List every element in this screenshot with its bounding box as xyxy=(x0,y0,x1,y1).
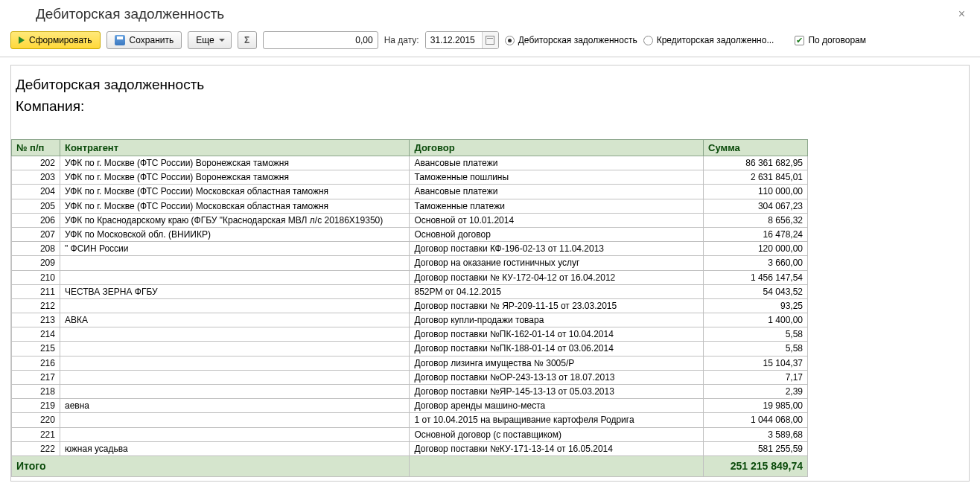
cell-contract: Таможенные платежи xyxy=(410,199,704,213)
report-table: № п/п Контрагент Договор Сумма 202УФК по… xyxy=(11,139,808,477)
table-row[interactable]: 207УФК по Московской обл. (ВНИИКР)Основн… xyxy=(12,227,808,241)
cell-contract: Договор поставки №ПК-188-01-14 от 03.06.… xyxy=(410,342,704,356)
cell-contract: Авансовые платежи xyxy=(410,185,704,199)
table-row[interactable]: 209Договор на оказание гостиничных услуг… xyxy=(12,256,808,270)
cell-contractor: аевна xyxy=(60,399,410,413)
cell-n: 222 xyxy=(12,441,60,455)
report-area[interactable]: Дебиторская задолженность Компания: № п/… xyxy=(10,65,970,482)
cell-contract: Договор поставки № ЯР-209-11-15 от 23.03… xyxy=(410,298,704,313)
cell-n: 209 xyxy=(12,256,60,270)
table-row[interactable]: 218Договор поставки №ЯР-145-13-13 от 05.… xyxy=(12,385,808,399)
cell-n: 219 xyxy=(12,399,60,413)
cell-sum: 1 456 147,54 xyxy=(704,270,808,284)
cell-contract: Авансовые платежи xyxy=(410,156,704,170)
cell-contract: Договор поставки №ЯР-145-13-13 от 05.03.… xyxy=(410,385,704,399)
calendar-button[interactable] xyxy=(482,32,498,48)
radio-debit[interactable]: Дебиторская задолженность xyxy=(505,35,637,45)
toolbar: Сформировать Сохранить Еще Σ На дату: Де… xyxy=(0,25,980,57)
generate-button[interactable]: Сформировать xyxy=(10,31,101,49)
table-row[interactable]: 204УФК по г. Москве (ФТС России) Московс… xyxy=(12,185,808,199)
table-row[interactable]: 206УФК по Краснодарскому краю (ФГБУ "Кра… xyxy=(12,213,808,227)
cell-sum: 19 985,00 xyxy=(704,399,808,413)
cell-n: 206 xyxy=(12,213,60,227)
cell-contractor: ЧЕСТВА ЗЕРНА ФГБУ xyxy=(60,284,410,298)
table-row[interactable]: 217Договор поставки №ОР-243-13-13 от 18.… xyxy=(12,370,808,384)
save-icon xyxy=(115,35,125,45)
cell-contractor xyxy=(60,385,410,399)
sum-button[interactable]: Σ xyxy=(238,31,257,49)
table-row[interactable]: 219 аевнаДоговор аренды машино-места19 9… xyxy=(12,399,808,413)
cell-contract: Договор поставки КФ-196-02-13 от 11.04.2… xyxy=(410,242,704,256)
table-row[interactable]: 214Договор поставки №ПК-162-01-14 от 10.… xyxy=(12,327,808,342)
save-button[interactable]: Сохранить xyxy=(106,31,182,49)
cell-sum: 93,25 xyxy=(704,298,808,313)
cell-contract: Договор купли-продажи товара xyxy=(410,313,704,327)
cell-sum: 110 000,00 xyxy=(704,185,808,199)
total-sum: 251 215 849,74 xyxy=(704,455,808,476)
col-header-sum: Сумма xyxy=(704,140,808,156)
table-row[interactable]: 215Договор поставки №ПК-188-01-14 от 03.… xyxy=(12,342,808,356)
report-header: Дебиторская задолженность Компания: xyxy=(11,65,969,139)
date-input[interactable] xyxy=(426,32,482,48)
cell-contract: Договор аренды машино-места xyxy=(410,399,704,413)
table-row[interactable]: 2201 от 10.04.2015 на выращивание картоф… xyxy=(12,413,808,427)
more-button[interactable]: Еще xyxy=(188,31,231,49)
cell-n: 211 xyxy=(12,284,60,298)
cell-contractor: УФК по г. Москве (ФТС России) Воронежска… xyxy=(60,170,410,185)
cell-contractor: УФК по г. Москве (ФТС России) Московская… xyxy=(60,199,410,213)
table-row[interactable]: 212Договор поставки № ЯР-209-11-15 от 23… xyxy=(12,298,808,313)
col-header-n: № п/п xyxy=(12,140,60,156)
cell-contractor xyxy=(60,298,410,313)
report-company: Компания: xyxy=(16,96,964,118)
table-row[interactable]: 210Договор поставки № КУ-172-04-12 от 16… xyxy=(12,270,808,284)
checkbox-icon: ✔ xyxy=(795,36,804,45)
cell-sum: 16 478,24 xyxy=(704,227,808,241)
table-row[interactable]: 205УФК по г. Москве (ФТС России) Московс… xyxy=(12,199,808,213)
radio-icon xyxy=(643,36,653,45)
cell-contractor: " ФСИН России xyxy=(60,242,410,256)
table-row[interactable]: 208 " ФСИН РоссииДоговор поставки КФ-196… xyxy=(12,242,808,256)
cell-sum: 304 067,23 xyxy=(704,199,808,213)
table-row[interactable]: 216Договор лизинга имущества № 3005/Р15 … xyxy=(12,356,808,370)
cell-sum: 5,58 xyxy=(704,327,808,342)
calendar-icon xyxy=(486,36,494,45)
cell-sum: 1 400,00 xyxy=(704,313,808,327)
checkbox-contracts[interactable]: ✔ По договорам xyxy=(795,35,866,45)
cell-contract: Таможенные пошлины xyxy=(410,170,704,185)
cell-contract: Договор поставки №ОР-243-13-13 от 18.07.… xyxy=(410,370,704,384)
table-row[interactable]: 213 АВКАДоговор купли-продажи товара1 40… xyxy=(12,313,808,327)
cell-sum: 1 044 068,00 xyxy=(704,413,808,427)
cell-sum: 3 660,00 xyxy=(704,256,808,270)
radio-debit-label: Дебиторская задолженность xyxy=(518,35,637,45)
cell-contract: 1 от 10.04.2015 на выращивание картофеля… xyxy=(410,413,704,427)
cell-n: 215 xyxy=(12,342,60,356)
window-title: Дебиторская задолженность xyxy=(36,6,224,22)
cell-n: 214 xyxy=(12,327,60,342)
cell-contractor xyxy=(60,327,410,342)
cell-sum: 54 043,52 xyxy=(704,284,808,298)
cell-n: 218 xyxy=(12,385,60,399)
cell-n: 207 xyxy=(12,227,60,241)
cell-contractor: УФК по г. Москве (ФТС России) Воронежска… xyxy=(60,156,410,170)
cell-contractor: АВКА xyxy=(60,313,410,327)
cell-contractor xyxy=(60,427,410,441)
sigma-icon: Σ xyxy=(244,35,249,45)
radio-credit[interactable]: Кредиторская задолженно... xyxy=(643,35,774,45)
cell-sum: 581 255,59 xyxy=(704,441,808,455)
radio-icon xyxy=(505,36,515,45)
cell-contract: Договор поставки № КУ-172-04-12 от 16.04… xyxy=(410,270,704,284)
table-row[interactable]: 203УФК по г. Москве (ФТС России) Воронеж… xyxy=(12,170,808,185)
cell-contract: Договор на оказание гостиничных услуг xyxy=(410,256,704,270)
table-row[interactable]: 222южная усадьваДоговор поставки №КУ-171… xyxy=(12,441,808,455)
cell-contractor xyxy=(60,342,410,356)
table-row[interactable]: 202УФК по г. Москве (ФТС России) Воронеж… xyxy=(12,156,808,170)
table-row[interactable]: 211 ЧЕСТВА ЗЕРНА ФГБУ852РМ от 04.12.2015… xyxy=(12,284,808,298)
cell-contractor xyxy=(60,270,410,284)
table-row[interactable]: 221Основной договор (с поставщиком)3 589… xyxy=(12,427,808,441)
cell-contract: Основной договор xyxy=(410,227,704,241)
close-icon[interactable]: × xyxy=(954,6,970,22)
cell-n: 208 xyxy=(12,242,60,256)
date-label: На дату: xyxy=(384,35,419,45)
cell-sum: 7,17 xyxy=(704,370,808,384)
sum-input[interactable] xyxy=(263,31,378,49)
